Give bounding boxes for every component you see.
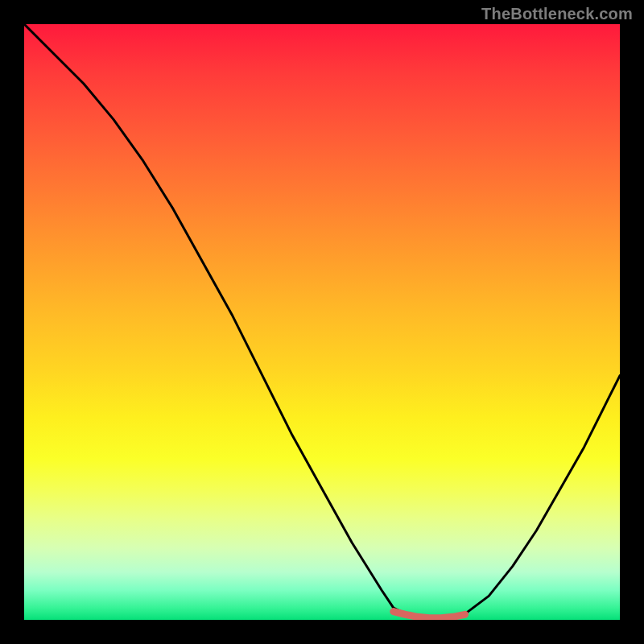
red-segment-path [394,612,465,618]
chart-container: TheBottleneck.com [0,0,644,644]
curve-layer [24,24,620,620]
plot-area [24,24,620,620]
black-curve-path [24,24,620,620]
watermark-text: TheBottleneck.com [481,5,633,23]
